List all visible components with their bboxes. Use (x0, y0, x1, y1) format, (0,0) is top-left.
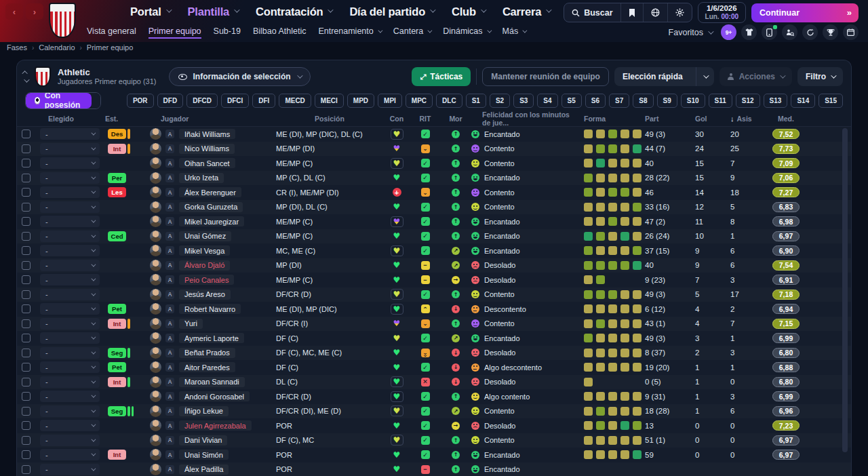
table-row[interactable]: - A Andoni Gorosabel DF/CR (D) ♥ ✓ ↑ Alg… (17, 389, 851, 404)
player-name[interactable]: Julen Agirrezabala (179, 420, 252, 431)
player-face-icon[interactable]: A (165, 188, 174, 197)
column-header-med[interactable]: Med. (757, 115, 814, 123)
player-face-icon[interactable]: A (165, 465, 174, 474)
without-possession-button[interactable]: Sin posesión (92, 93, 101, 108)
position-filter-s10[interactable]: S10 (681, 94, 705, 108)
player-name[interactable]: Maroan Sannadi (179, 377, 245, 387)
search-button[interactable]: Buscar (564, 3, 620, 22)
player-face-icon[interactable]: A (165, 217, 174, 226)
filter-button[interactable]: Filtro (797, 67, 843, 86)
table-row[interactable]: - A Peio Canales ME/MP (C) ♥ − → Desolad… (17, 273, 851, 287)
column-header-jugador[interactable]: Jugador (143, 115, 276, 123)
table-row[interactable]: - Pet A Aitor Paredes DF (C) ♥ ✓ ↓ Algo … (17, 360, 851, 375)
player-name[interactable]: Mikel Vesga (179, 245, 230, 256)
position-filter-s15[interactable]: S15 (818, 94, 843, 108)
table-row[interactable]: - Seg A Íñigo Lekue DF/CR (DI), ME (D) ♥… (17, 404, 851, 419)
position-filter-mpc[interactable]: MPC (406, 94, 433, 108)
table-row[interactable]: - Int A Maroan Sannadi DL (C) ♥ ✕ ↓ Deso… (17, 375, 851, 390)
column-header-part[interactable]: Part (635, 115, 684, 123)
column-header-mor[interactable]: Mor (440, 115, 471, 123)
column-header-rit[interactable]: RIT (410, 115, 440, 123)
row-checkbox[interactable] (22, 261, 31, 270)
elegido-dropdown[interactable]: - (40, 361, 100, 373)
table-row[interactable]: - Int A Nico Williams ME/MP (DI) ♥ ⌄ ↑ C… (17, 142, 851, 157)
subnav-dinamicas[interactable]: Dinámicas (443, 26, 490, 39)
position-filter-mpd[interactable]: MPD (347, 94, 374, 108)
position-filter-s5[interactable]: S5 (561, 94, 582, 108)
elegido-dropdown[interactable]: - (40, 449, 100, 460)
player-face-icon[interactable]: A (165, 421, 174, 430)
elegido-dropdown[interactable]: - (40, 391, 100, 402)
scrollbar-thumb[interactable] (842, 128, 848, 452)
player-name[interactable]: Álvaro Djaló (179, 260, 230, 271)
position-filter-s7[interactable]: S7 (609, 94, 629, 108)
player-name[interactable]: Nico Williams (179, 144, 235, 154)
breadcrumb-item[interactable]: Calendario (39, 43, 75, 52)
with-possession-button[interactable]: Con posesión (26, 93, 92, 108)
row-checkbox[interactable] (22, 217, 31, 226)
row-checkbox[interactable] (22, 349, 31, 357)
menu-plantilla[interactable]: Plantilla (188, 5, 238, 18)
table-row[interactable]: - Les A Álex Berenguer CR (I), ME/MP (DI… (17, 185, 851, 200)
row-checkbox[interactable] (22, 188, 31, 197)
subnav-bilbao-athletic[interactable]: Bilbao Athletic (253, 26, 307, 39)
elegido-dropdown[interactable]: - (40, 332, 100, 344)
row-checkbox[interactable] (22, 450, 31, 459)
trophy-icon[interactable] (823, 24, 838, 40)
player-face-icon[interactable]: A (165, 363, 174, 372)
table-row[interactable]: - Pet A Robert Navarro ME (DI), MP (DIC)… (17, 302, 851, 317)
elegido-dropdown[interactable]: - (40, 157, 100, 169)
elegido-dropdown[interactable]: - (40, 289, 100, 300)
position-filter-meci[interactable]: MECI (315, 94, 344, 108)
table-row[interactable]: - A Mikel Vesga MC, ME (C) ♥ ✓ ↗ Encanta… (17, 243, 851, 258)
position-filter-dfd[interactable]: DFD (157, 94, 184, 108)
player-face-icon[interactable]: A (165, 319, 174, 328)
table-row[interactable]: - A Gorka Guruzeta MP (DI), DL (C) ♥ ✓ ↑… (17, 200, 851, 215)
player-face-icon[interactable]: A (165, 407, 174, 416)
position-filter-mecd[interactable]: MECD (279, 94, 311, 108)
elegido-dropdown[interactable]: - (40, 435, 100, 446)
row-checkbox[interactable] (22, 392, 31, 401)
player-face-icon[interactable]: A (165, 290, 174, 299)
row-checkbox[interactable] (22, 159, 31, 167)
back-button[interactable]: ‹ (5, 3, 23, 20)
menu-dia-del-partido[interactable]: Día del partido (349, 5, 434, 18)
table-row[interactable]: - Per A Urko Izeta MP (C), DL (C) ♥ ✓ ↑ … (17, 171, 851, 186)
table-row[interactable]: - Int A Yuri DF/CR (I) ♥ ⌄ ↑ Contento 43… (17, 317, 851, 332)
sync-icon[interactable] (802, 24, 818, 40)
position-filter-s1[interactable]: S1 (466, 94, 486, 108)
row-checkbox[interactable] (22, 407, 31, 416)
elegido-dropdown[interactable]: - (40, 231, 100, 242)
position-filter-s12[interactable]: S12 (736, 94, 760, 108)
position-filter-s3[interactable]: S3 (513, 94, 534, 108)
position-filter-mpi[interactable]: MPI (378, 94, 402, 108)
player-face-icon[interactable]: A (165, 378, 174, 386)
selection-info-dropdown[interactable]: Información de selección (169, 67, 311, 86)
player-face-icon[interactable]: A (165, 232, 174, 241)
elegido-dropdown[interactable]: - (40, 216, 100, 227)
position-filter-s11[interactable]: S11 (709, 94, 732, 108)
player-face-icon[interactable]: A (165, 275, 174, 284)
subnav-mas[interactable]: Más (502, 26, 526, 39)
player-face-icon[interactable]: A (165, 304, 174, 313)
column-header-posicion[interactable]: Posición (276, 115, 383, 123)
elegido-dropdown[interactable]: - (40, 186, 100, 198)
row-checkbox[interactable] (22, 436, 31, 445)
menu-club[interactable]: Club (452, 5, 485, 18)
subnav-primer-equipo[interactable]: Primer equipo (149, 26, 201, 39)
table-row[interactable]: - Des A Iñaki Williams ME (DI), MP (DIC)… (17, 127, 851, 142)
player-face-icon[interactable]: A (165, 450, 174, 459)
player-name[interactable]: Unai Simón (179, 450, 229, 460)
column-header-elegido[interactable]: Elegido (17, 115, 105, 123)
menu-portal[interactable]: Portal (130, 5, 170, 18)
elegido-dropdown[interactable]: - (40, 347, 100, 359)
table-row[interactable]: - Ced A Unai Gómez ME/MP (C) ♥ ✓ ↑ Encan… (17, 229, 851, 244)
tactics-button[interactable]: ⤢ Tácticas (412, 67, 471, 86)
elegido-dropdown[interactable]: - (40, 464, 100, 475)
row-checkbox[interactable] (22, 144, 31, 153)
player-name[interactable]: Urko Izeta (179, 173, 224, 183)
row-checkbox[interactable] (22, 246, 31, 255)
table-row[interactable]: - Int A Unai Simón POR ♥ ✓ ↑ Encantado 5… (17, 448, 851, 462)
player-name[interactable]: Peio Canales (179, 275, 234, 285)
player-name[interactable]: Mikel Jauregizar (179, 216, 244, 226)
